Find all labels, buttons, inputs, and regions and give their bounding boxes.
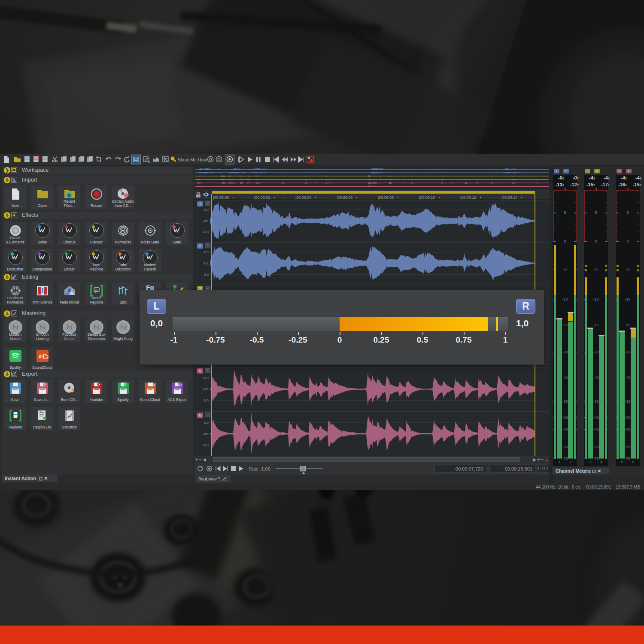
svg-text:ACX: ACX	[178, 384, 182, 386]
